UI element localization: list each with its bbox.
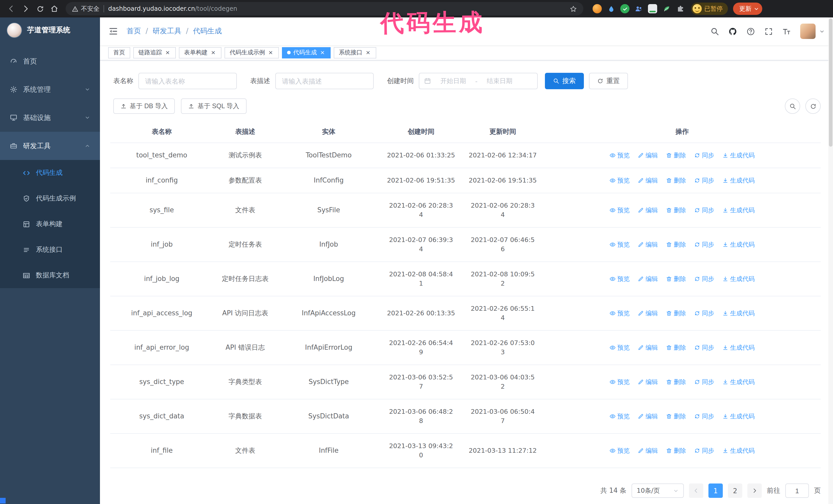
import-db-button[interactable]: 基于 DB 导入 bbox=[113, 98, 175, 114]
breadcrumb-home[interactable]: 首页 bbox=[127, 27, 141, 36]
goto-page-input[interactable] bbox=[785, 483, 809, 498]
extension-icon-people[interactable] bbox=[634, 4, 643, 13]
generate-code-link[interactable]: 生成代码 bbox=[722, 240, 755, 249]
generate-code-link[interactable]: 生成代码 bbox=[722, 446, 755, 455]
preview-link[interactable]: 预览 bbox=[610, 412, 629, 421]
fullscreen-icon[interactable] bbox=[764, 27, 773, 35]
extension-icon-card[interactable] bbox=[648, 4, 657, 13]
scrollbar-thumb[interactable] bbox=[829, 19, 832, 147]
browser-update-button[interactable]: 更新 bbox=[733, 3, 762, 15]
browser-reload-button[interactable] bbox=[34, 3, 46, 15]
generate-code-link[interactable]: 生成代码 bbox=[722, 309, 755, 318]
extension-icon-drop[interactable] bbox=[606, 4, 616, 13]
sidebar-item-form-builder[interactable]: 表单构建 bbox=[0, 211, 100, 237]
browser-home-button[interactable] bbox=[48, 3, 61, 15]
sidebar-item-codegen-example[interactable]: 代码生成示例 bbox=[0, 186, 100, 211]
delete-link[interactable]: 删除 bbox=[666, 412, 686, 421]
sidebar-item-system-management[interactable]: 系统管理 bbox=[0, 75, 100, 103]
page-size-select[interactable]: 10条/页 bbox=[632, 483, 684, 498]
edit-link[interactable]: 编辑 bbox=[638, 446, 658, 455]
start-date-input[interactable] bbox=[433, 77, 473, 85]
refresh-table-button[interactable] bbox=[805, 98, 821, 114]
tab-close-icon[interactable] bbox=[210, 49, 216, 56]
extension-icon-orange[interactable] bbox=[593, 4, 602, 13]
generate-code-link[interactable]: 生成代码 bbox=[722, 377, 755, 387]
search-button[interactable]: 搜索 bbox=[545, 73, 584, 89]
delete-link[interactable]: 删除 bbox=[666, 240, 686, 249]
help-icon[interactable] bbox=[746, 27, 755, 35]
sync-link[interactable]: 同步 bbox=[694, 206, 714, 215]
delete-link[interactable]: 删除 bbox=[666, 151, 686, 160]
preview-link[interactable]: 预览 bbox=[610, 309, 629, 318]
sidebar-item-db-doc[interactable]: 数据库文档 bbox=[0, 263, 100, 288]
breadcrumb-dev-tools[interactable]: 研发工具 bbox=[141, 27, 181, 36]
tab-close-icon[interactable] bbox=[268, 49, 274, 56]
delete-link[interactable]: 删除 bbox=[666, 274, 686, 284]
app-logo[interactable]: 芋道管理系统 bbox=[0, 18, 100, 43]
scrollbar-track[interactable] bbox=[828, 18, 833, 504]
sync-link[interactable]: 同步 bbox=[694, 446, 714, 455]
tab-form-builder[interactable]: 表单构建 bbox=[179, 47, 221, 58]
page-button-2[interactable]: 2 bbox=[728, 483, 742, 498]
delete-link[interactable]: 删除 bbox=[666, 206, 686, 215]
edit-link[interactable]: 编辑 bbox=[638, 343, 658, 352]
sidebar-toggle-icon[interactable] bbox=[108, 26, 118, 37]
sync-link[interactable]: 同步 bbox=[694, 343, 714, 352]
generate-code-link[interactable]: 生成代码 bbox=[722, 176, 755, 185]
generate-code-link[interactable]: 生成代码 bbox=[722, 412, 755, 421]
table-name-input[interactable] bbox=[138, 73, 237, 89]
bookmark-star-icon[interactable] bbox=[570, 5, 577, 13]
tab-system-api[interactable]: 系统接口 bbox=[334, 47, 376, 58]
edit-link[interactable]: 编辑 bbox=[638, 240, 658, 249]
preview-link[interactable]: 预览 bbox=[610, 377, 629, 387]
sync-link[interactable]: 同步 bbox=[694, 151, 714, 160]
preview-link[interactable]: 预览 bbox=[610, 206, 629, 215]
extension-icon-leaf[interactable] bbox=[662, 4, 671, 13]
import-sql-button[interactable]: 基于 SQL 导入 bbox=[181, 98, 246, 114]
sync-link[interactable]: 同步 bbox=[694, 309, 714, 318]
edit-link[interactable]: 编辑 bbox=[638, 206, 658, 215]
date-range-picker[interactable]: - bbox=[419, 73, 538, 89]
edit-link[interactable]: 编辑 bbox=[638, 176, 658, 185]
table-desc-input[interactable] bbox=[275, 73, 374, 89]
user-menu[interactable] bbox=[800, 24, 825, 39]
prev-page-button[interactable] bbox=[689, 483, 703, 498]
tab-trace[interactable]: 链路追踪 bbox=[133, 47, 176, 58]
preview-link[interactable]: 预览 bbox=[610, 274, 629, 284]
tab-home[interactable]: 首页 bbox=[108, 47, 130, 58]
preview-link[interactable]: 预览 bbox=[610, 446, 629, 455]
tab-codegen[interactable]: 代码生成 bbox=[282, 47, 331, 58]
sync-link[interactable]: 同步 bbox=[694, 274, 714, 284]
end-date-input[interactable] bbox=[480, 77, 520, 85]
delete-link[interactable]: 删除 bbox=[666, 176, 686, 185]
font-size-icon[interactable] bbox=[782, 27, 791, 35]
edit-link[interactable]: 编辑 bbox=[638, 151, 658, 160]
preview-link[interactable]: 预览 bbox=[610, 240, 629, 249]
tab-close-icon[interactable] bbox=[319, 49, 326, 56]
search-icon[interactable] bbox=[711, 27, 719, 35]
address-bar[interactable]: 不安全 dashboard.yudao.iocoder.cn/tool/code… bbox=[66, 2, 584, 16]
generate-code-link[interactable]: 生成代码 bbox=[722, 206, 755, 215]
generate-code-link[interactable]: 生成代码 bbox=[722, 343, 755, 352]
sync-link[interactable]: 同步 bbox=[694, 377, 714, 387]
sidebar-item-codegen[interactable]: 代码生成 bbox=[0, 160, 100, 186]
sidebar-item-infrastructure[interactable]: 基础设施 bbox=[0, 103, 100, 132]
next-page-button[interactable] bbox=[747, 483, 762, 498]
sync-link[interactable]: 同步 bbox=[694, 240, 714, 249]
delete-link[interactable]: 删除 bbox=[666, 446, 686, 455]
generate-code-link[interactable]: 生成代码 bbox=[722, 274, 755, 284]
tab-close-icon[interactable] bbox=[365, 49, 371, 56]
edit-link[interactable]: 编辑 bbox=[638, 274, 658, 284]
extension-icon-green-check[interactable] bbox=[620, 4, 629, 13]
sidebar-item-dev-tools[interactable]: 研发工具 bbox=[0, 132, 100, 160]
extensions-puzzle-icon[interactable] bbox=[675, 4, 685, 13]
preview-link[interactable]: 预览 bbox=[610, 343, 629, 352]
sidebar-item-system-api[interactable]: 系统接口 bbox=[0, 237, 100, 263]
delete-link[interactable]: 删除 bbox=[666, 377, 686, 387]
delete-link[interactable]: 删除 bbox=[666, 343, 686, 352]
reset-button[interactable]: 重置 bbox=[589, 73, 628, 89]
tab-close-icon[interactable] bbox=[165, 49, 171, 56]
sync-link[interactable]: 同步 bbox=[694, 176, 714, 185]
sync-link[interactable]: 同步 bbox=[694, 412, 714, 421]
generate-code-link[interactable]: 生成代码 bbox=[722, 151, 755, 160]
